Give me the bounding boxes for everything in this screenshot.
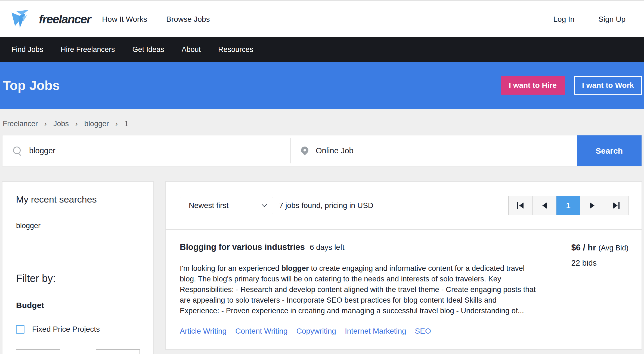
job-main-column: Blogging for various industries 6 days l… bbox=[180, 242, 537, 349]
next-page-icon bbox=[590, 203, 595, 209]
filters-sidebar: My recent searches blogger Filter by: Bu… bbox=[2, 181, 154, 354]
results-panel: Newest first 7 jobs found, pricing in US… bbox=[165, 181, 642, 350]
pagination: 1 bbox=[508, 196, 628, 215]
breadcrumb-jobs[interactable]: Jobs bbox=[53, 120, 69, 128]
chevron-down-icon bbox=[262, 202, 267, 207]
auth-links: Log In Sign Up bbox=[553, 15, 626, 24]
budget-min-input[interactable] bbox=[16, 349, 60, 354]
keyword-search-input[interactable] bbox=[29, 146, 290, 155]
job-skill-tags: Article Writing Content Writing Copywrit… bbox=[180, 327, 537, 336]
header-nav: How It Works Browse Jobs bbox=[102, 15, 210, 24]
job-search-bar: Search bbox=[2, 135, 642, 166]
hero-actions: I want to Hire I want to Work bbox=[501, 76, 642, 95]
sidebar-divider bbox=[16, 259, 139, 259]
job-price-note: (Avg Bid) bbox=[598, 244, 628, 252]
pagination-prev-button[interactable] bbox=[532, 196, 556, 215]
results-toolbar: Newest first 7 jobs found, pricing in US… bbox=[166, 182, 642, 215]
job-separator bbox=[180, 349, 537, 349]
job-title-link[interactable]: Blogging for various industries bbox=[180, 242, 305, 252]
freelancer-logo[interactable]: freelancer bbox=[10, 10, 91, 29]
tag-copywriting[interactable]: Copywriting bbox=[296, 327, 336, 336]
job-price-amount: $6 / hr bbox=[571, 243, 596, 252]
search-button[interactable]: Search bbox=[577, 135, 642, 166]
recent-search-item[interactable]: blogger bbox=[16, 222, 140, 230]
sign-up-link[interactable]: Sign Up bbox=[598, 15, 626, 24]
recent-searches-title: My recent searches bbox=[16, 194, 140, 205]
i-want-to-work-button[interactable]: I want to Work bbox=[574, 76, 642, 95]
breadcrumb-separator: › bbox=[115, 120, 118, 128]
nav-how-it-works[interactable]: How It Works bbox=[102, 15, 147, 24]
job-bid-column: $6 / hr (Avg Bid) 22 bids bbox=[571, 242, 629, 349]
fixed-price-checkbox-row[interactable]: Fixed Price Projects bbox=[16, 325, 140, 334]
job-title-row: Blogging for various industries 6 days l… bbox=[180, 242, 537, 252]
tag-content-writing[interactable]: Content Writing bbox=[235, 327, 287, 336]
logo-wordmark: freelancer bbox=[39, 13, 91, 26]
nav-get-ideas[interactable]: Get Ideas bbox=[132, 45, 164, 54]
budget-range-row: to bbox=[16, 349, 140, 354]
page-title: Top Jobs bbox=[3, 78, 60, 93]
job-listing: Blogging for various industries 6 days l… bbox=[166, 230, 642, 349]
nav-browse-jobs[interactable]: Browse Jobs bbox=[166, 15, 210, 24]
nav-find-jobs[interactable]: Find Jobs bbox=[11, 45, 43, 54]
results-count-text: 7 jobs found, pricing in USD bbox=[279, 201, 373, 210]
freelancer-bird-icon bbox=[10, 10, 36, 29]
site-header: freelancer How It Works Browse Jobs Log … bbox=[0, 1, 644, 37]
breadcrumb: Freelancer › Jobs › blogger › 1 bbox=[0, 109, 644, 135]
pagination-page-1-button[interactable]: 1 bbox=[556, 196, 580, 215]
pagination-first-button[interactable] bbox=[509, 196, 532, 215]
budget-title: Budget bbox=[16, 301, 140, 310]
filter-by-title: Filter by: bbox=[16, 273, 140, 284]
first-page-icon-arrow bbox=[519, 203, 524, 209]
pagination-next-button[interactable] bbox=[580, 196, 604, 215]
fixed-price-label: Fixed Price Projects bbox=[32, 325, 100, 334]
hero-banner: Top Jobs I want to Hire I want to Work bbox=[0, 62, 644, 109]
job-price: $6 / hr (Avg Bid) bbox=[571, 243, 629, 253]
fixed-price-checkbox[interactable] bbox=[16, 325, 24, 334]
location-pin-icon bbox=[301, 145, 309, 156]
tag-internet-marketing[interactable]: Internet Marketing bbox=[345, 327, 406, 336]
sort-dropdown[interactable]: Newest first bbox=[180, 197, 273, 214]
nav-resources[interactable]: Resources bbox=[218, 45, 253, 54]
log-in-link[interactable]: Log In bbox=[553, 15, 575, 24]
job-days-left: 6 days left bbox=[310, 243, 345, 252]
primary-nav: Find Jobs Hire Freelancers Get Ideas Abo… bbox=[0, 37, 644, 62]
sort-selected-value: Newest first bbox=[189, 201, 262, 210]
job-description: I'm looking for an experienced blogger t… bbox=[180, 263, 537, 316]
location-input[interactable] bbox=[316, 146, 577, 155]
nav-about[interactable]: About bbox=[182, 45, 201, 54]
job-bid-count: 22 bids bbox=[571, 259, 629, 268]
breadcrumb-blogger[interactable]: blogger bbox=[84, 120, 109, 128]
job-description-keyword: blogger bbox=[281, 264, 309, 272]
last-page-icon bbox=[618, 202, 620, 209]
pagination-last-button[interactable] bbox=[604, 196, 628, 215]
breadcrumb-separator: › bbox=[75, 120, 78, 128]
search-icon bbox=[13, 146, 22, 156]
last-page-icon-arrow bbox=[613, 203, 618, 209]
location-segment bbox=[291, 135, 577, 166]
breadcrumb-freelancer[interactable]: Freelancer bbox=[3, 120, 38, 128]
content-area: My recent searches blogger Filter by: Bu… bbox=[2, 181, 642, 354]
first-page-icon bbox=[517, 202, 518, 209]
breadcrumb-separator: › bbox=[44, 120, 47, 128]
i-want-to-hire-button[interactable]: I want to Hire bbox=[501, 76, 565, 95]
breadcrumb-page-1[interactable]: 1 bbox=[124, 120, 128, 128]
job-description-start: I'm looking for an experienced bbox=[180, 264, 281, 272]
prev-page-icon bbox=[542, 203, 547, 209]
nav-hire-freelancers[interactable]: Hire Freelancers bbox=[61, 45, 115, 54]
budget-max-input[interactable] bbox=[96, 349, 140, 354]
tag-article-writing[interactable]: Article Writing bbox=[180, 327, 227, 336]
keyword-segment bbox=[2, 135, 290, 166]
tag-seo[interactable]: SEO bbox=[415, 327, 431, 336]
